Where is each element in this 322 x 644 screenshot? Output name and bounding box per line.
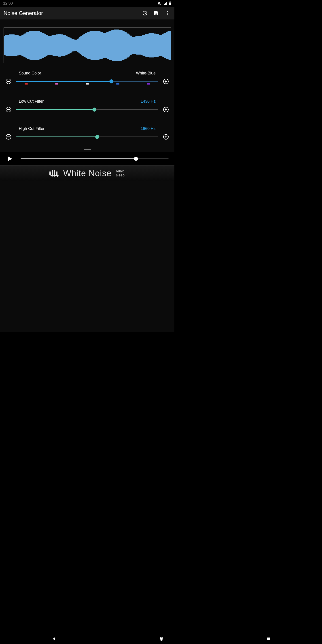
sound-color-label: Sound Color [19,71,41,76]
sound-color-value: White-Blue [136,71,156,76]
color-tick-pink [55,84,58,84]
low-cut-increment-button[interactable] [163,107,168,112]
ad-sub-text: relax.sleep. [116,169,126,177]
timer-button[interactable] [142,10,148,16]
high-cut-increment-button[interactable] [163,134,168,140]
high-cut-decrement-button[interactable] [6,134,11,140]
playback-bar [0,152,174,166]
android-status-bar: 12:30 x [0,0,174,7]
svg-rect-11 [52,170,53,170]
app-bar: Noise Generator [0,7,174,20]
bottom-drawer-handle[interactable] [84,149,91,150]
svg-point-7 [167,14,168,15]
color-tick-violet [147,84,150,84]
svg-point-6 [167,13,168,14]
battery-icon [169,1,171,5]
low-cut-value: 1430 Hz [141,99,156,104]
low-cut-slider[interactable] [16,107,158,112]
svg-rect-12 [54,170,55,175]
play-button[interactable] [6,155,14,162]
high-cut-value: 1660 Hz [141,126,156,131]
svg-point-5 [167,11,168,12]
low-cut-label: Low Cut Filter [19,99,44,104]
bell-off-icon [157,1,161,5]
sound-color-increment-button[interactable] [163,79,168,84]
svg-rect-15 [56,170,58,171]
svg-rect-9 [50,172,51,172]
high-cut-label: High Cut Filter [19,126,44,131]
svg-rect-10 [52,171,53,175]
color-tick-brown [24,84,28,84]
color-tick-blue [116,84,120,84]
high-cut-control: High Cut Filter 1660 Hz [6,126,168,140]
ad-banner[interactable]: White Noise relax.sleep. [0,166,174,181]
svg-rect-14 [56,172,58,175]
svg-rect-13 [54,169,55,169]
sound-color-decrement-button[interactable] [6,79,11,84]
waveform-display [4,28,171,63]
main-content: Sound Color White-Blue Low Cut Filter 14… [0,20,174,332]
sound-color-slider[interactable] [16,79,158,84]
equalizer-icon [49,168,59,178]
low-cut-control: Low Cut Filter 1430 Hz [6,99,168,112]
signal-no-data-icon: x [163,1,167,5]
ad-brand-text: White Noise [63,168,112,178]
high-cut-slider[interactable] [16,134,158,139]
app-title: Noise Generator [4,10,142,16]
sound-color-control: Sound Color White-Blue [6,71,168,84]
status-time: 12:30 [3,1,13,6]
low-cut-decrement-button[interactable] [6,107,11,112]
svg-rect-8 [50,172,51,175]
color-tick-white [86,84,89,84]
volume-slider[interactable] [20,156,168,161]
overflow-menu-button[interactable] [164,10,170,16]
svg-rect-2 [169,2,171,5]
svg-rect-3 [170,1,170,2]
save-button[interactable] [154,10,159,16]
